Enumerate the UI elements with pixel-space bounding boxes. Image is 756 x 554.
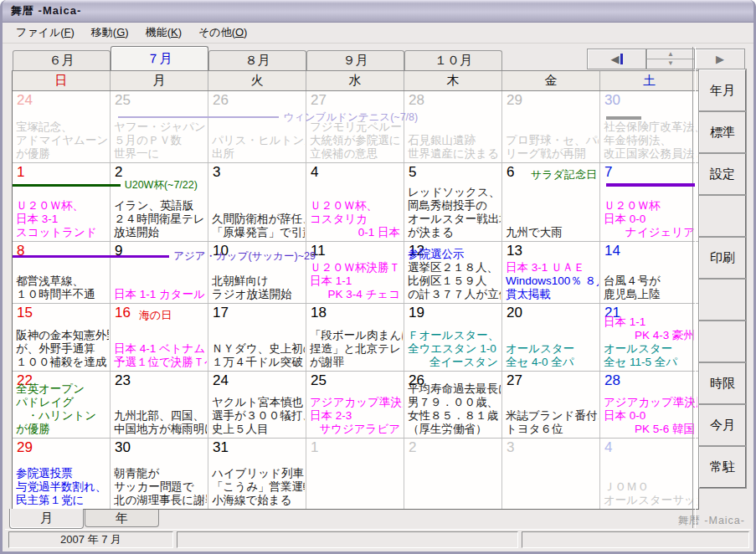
day-cell-1[interactable]: 1 (306, 439, 404, 509)
weekday-header-1: 月 (111, 71, 208, 90)
day-label: サラダ記念日 (531, 167, 597, 182)
menu-function[interactable]: 機能(K) (137, 23, 190, 43)
event-text: ヤクルト宮本慎也 (212, 396, 305, 409)
month-tab-10[interactable]: １０月 (404, 50, 502, 70)
day-number: 7 (604, 164, 612, 181)
day-cell-24[interactable]: 24ヤクルト宮本慎也選手が３００犠打、史上５人目 (208, 372, 306, 438)
day-cell-19[interactable]: 19Ｆオールスター、全ウエスタン 1-0全イースタン (404, 304, 502, 371)
event-text: パリス・ヒルトンが (212, 134, 305, 147)
event-list: 平均寿命過去最長に男７９．００歳、女性８５．８１歳（厚生労働省） (408, 382, 501, 436)
day-cell-25[interactable]: 25ヤフー・ジャパン、５月のＰＶ数世界一に (111, 91, 208, 162)
event-list: 日本 1-1PK 4-3 豪州オールスター全セ 11-5 全パ (604, 315, 697, 369)
day-cell-1[interactable]: 1Ｕ２０Ｗ杯、日本 3-1スコットランド / (13, 163, 111, 241)
event-list: 九州で大雨 (506, 226, 599, 239)
sidebar-button-settings[interactable]: 設定 (699, 153, 746, 195)
day-number: 30 (604, 92, 620, 109)
bottom-tab-month[interactable]: 月 (9, 509, 84, 529)
day-cell-6[interactable]: 6サラダ記念日九州で大雨 (502, 163, 600, 241)
weekday-header-5: 金 (502, 71, 600, 90)
event-text: オールスターサッカー (604, 494, 697, 507)
day-cell-29[interactable]: 29プロ野球・セ、パのリーグ戦が再開 (502, 91, 600, 162)
day-cell-4[interactable]: 4Ｕ２０Ｗ杯、コスタリカ0-1 日本 (306, 163, 404, 241)
day-cell-26[interactable]: 26平均寿命過去最長に男７９．００歳、女性８５．８１歳（厚生労働省） (404, 372, 502, 438)
day-number: 14 (604, 243, 620, 259)
day-cell-12[interactable]: 12参院選公示選挙区２１８人、比例区１５９人の計３７７人が立候補 (404, 242, 502, 303)
event-text: が優勝 (16, 147, 109, 161)
event-text: 岡島秀樹投手の (408, 199, 501, 213)
day-cell-15[interactable]: 15阪神の金本知憲外野手が、外野手通算１００補殺を達成 (13, 304, 111, 371)
day-cell-25[interactable]: 25アジアカップ準決勝日本 2-3サウジアラビア (306, 372, 404, 438)
event-text: Ｕ２０Ｗ杯、 (310, 199, 403, 213)
sidebar-button-standard[interactable]: 標準 (699, 111, 746, 153)
day-cell-8[interactable]: 8都営浅草線、１０時間半不通 (13, 242, 111, 303)
month-tab-6[interactable]: ６月 (13, 50, 111, 70)
month-tab-7[interactable]: ７月 (111, 46, 208, 70)
prev-month-button[interactable]: ◀ (587, 49, 646, 69)
menu-move[interactable]: 移動(G) (83, 23, 137, 43)
event-list: アジアカップ準決勝日本 0-0PK 5-6 韓国 (604, 396, 697, 436)
event-list: パリス・ヒルトンが出所 (212, 134, 305, 161)
sidebar-button-year-month[interactable]: 年月 (699, 69, 746, 111)
day-cell-4[interactable]: 4ＪＯＭＯオールスターサッカー (600, 439, 698, 509)
next-month-button[interactable]: ▶ (695, 49, 745, 69)
day-cell-13[interactable]: 13日本 3-1 ＵＡＥWindows100％ ８月号貫太掲載 (502, 242, 600, 303)
event-text: Ｕ２０Ｗ杯 (604, 199, 697, 213)
day-cell-3[interactable]: 3 (502, 439, 600, 509)
sidebar-button-resident[interactable]: 常駐 (699, 446, 746, 488)
day-cell-27[interactable]: 27フジモリ元ペルー大統領が参院選に立候補の意思 (306, 91, 404, 162)
day-number: 29 (507, 92, 522, 109)
day-cell-11[interactable]: 11Ｕ２０Ｗ杯決勝Ｔ１回日本 1-1PK 3-4 チェコ (306, 242, 404, 303)
month-tab-9[interactable]: ９月 (306, 50, 404, 70)
day-cell-7[interactable]: 7Ｕ２０Ｗ杯日本 0-0ナイジェリア (600, 163, 698, 241)
day-cell-20[interactable]: 20オールスター全セ 4-0 全パ (502, 304, 600, 371)
day-cell-17[interactable]: 17ＮＹダウ、史上初の１万４千ドル突破 (208, 304, 306, 371)
day-cell-31[interactable]: 31ハイブリッド列車「こうみ」営業運転、小海線で始まる (208, 439, 306, 509)
event-text: スコットランド / (16, 226, 109, 239)
sidebar-button-print[interactable]: 印刷 (699, 237, 746, 279)
day-cell-14[interactable]: 14台風４号が鹿児島上陸 (600, 242, 698, 303)
event-text: 阪神の金本知憲外野手 (16, 329, 109, 342)
month-spinner[interactable]: ▲ ▼ (646, 49, 695, 69)
day-cell-18[interactable]: 18「段ボール肉まんは捏造」と北京テレビが謝罪 (306, 304, 404, 371)
event-text: 参院選公示 (408, 248, 501, 261)
event-text: PK 4-3 豪州 (604, 329, 697, 342)
day-cell-29[interactable]: 29参院選投票与党過半数割れ、民主第１党に (13, 439, 111, 509)
day-number: 19 (409, 305, 424, 321)
weekday-header-0: 日 (13, 71, 111, 90)
sidebar-button-this-month[interactable]: 今月 (699, 404, 746, 446)
event-text: 立候補の意思 (310, 147, 403, 161)
event-text: の計３７７人が立候補 (408, 288, 501, 301)
event-text: サウジアラビア (310, 423, 403, 436)
day-cell-28[interactable]: 28アジアカップ準決勝日本 0-0PK 5-6 韓国 (600, 372, 698, 438)
title-bar[interactable]: 舞暦 -Maica- (3, 0, 753, 23)
day-cell-22[interactable]: 22全英オープンパドレイグ ・ハリントンが優勝 (13, 372, 111, 438)
month-tab-8[interactable]: ８月 (208, 50, 306, 70)
day-cell-27[interactable]: 27米誌ブランド番付、トヨタ６位 (502, 372, 600, 438)
day-number: 24 (17, 92, 33, 109)
day-cell-30[interactable]: 30朝青龍がサッカー問題で北の湖理事長に謝罪 (111, 439, 208, 509)
day-cell-21[interactable]: 21日本 1-1PK 4-3 豪州オールスター全セ 11-5 全パ (600, 304, 698, 371)
day-cell-3[interactable]: 3久間防衛相が辞任、「原爆発言」で引責 (208, 163, 306, 241)
brand-label: 舞暦 -Maica- (678, 514, 745, 528)
sidebar-button-time-limit[interactable]: 時限 (699, 362, 746, 404)
menu-file[interactable]: ファイル(F) (8, 23, 83, 43)
bottom-tab-year[interactable]: 年 (85, 510, 159, 527)
event-text: Ｕ２０Ｗ杯、 (16, 199, 109, 213)
day-cell-30[interactable]: 30社会保険庁改革法、年金特例法、改正国家公務員法 / (600, 91, 698, 162)
event-text: １万４千ドル突破 (212, 356, 305, 369)
menu-others[interactable]: その他(O) (190, 23, 255, 43)
day-cell-24[interactable]: 24宝塚記念、アドマイヤムーンが優勝 (13, 91, 111, 162)
event-list: Ｕ２０Ｗ杯決勝Ｔ１回日本 1-1PK 3-4 チェコ (310, 261, 403, 301)
day-cell-23[interactable]: 23九州北部、四国、中国地方が梅雨明け (111, 372, 208, 438)
day-cell-16[interactable]: 16海の日日本 4-1 ベトナム予選１位で決勝Ｔへ (111, 304, 208, 371)
day-number: 31 (213, 439, 229, 456)
event-text: 米誌ブランド番付、 (506, 409, 599, 423)
day-cell-2[interactable]: 2 (404, 439, 502, 509)
event-text: 世界遺産に決まる (408, 147, 501, 161)
day-cell-26[interactable]: 26パリス・ヒルトンが出所 (208, 91, 306, 162)
day-cell-28[interactable]: 28石見銀山遺跡世界遺産に決まる (404, 91, 502, 162)
day-cell-2[interactable]: 2イラン、英語版２４時間衛星テレビ放送開始 (111, 163, 208, 241)
sidebar-button-blank-3 (699, 321, 746, 362)
day-cell-5[interactable]: 5レッドソックス、岡島秀樹投手のオールスター戦出場が決まる (404, 163, 502, 241)
week-row-3: アジア・カップ(サッカー)~298都営浅草線、１０時間半不通9日本 1-1 カタ… (13, 242, 698, 304)
